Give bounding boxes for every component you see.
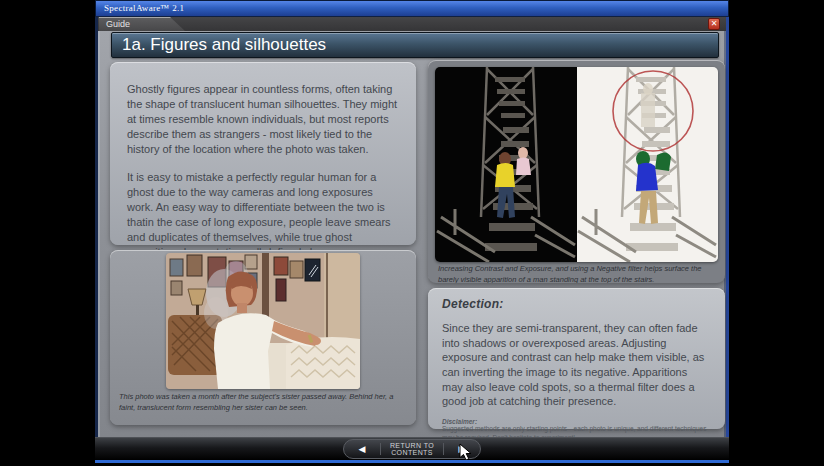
content-area: 1a. Figures and silhouettes Ghostly figu… xyxy=(95,31,729,437)
sister-photo-illustration xyxy=(166,253,360,389)
stairs-photo-panel: Increasing Contrast and Exposure, and us… xyxy=(428,60,725,283)
sister-photo-caption: This photo was taken a month after the s… xyxy=(110,389,416,414)
detection-panel: Detection: Since they are semi-transpare… xyxy=(428,288,725,429)
stairs-photo-caption: Increasing Contrast and Exposure, and us… xyxy=(428,262,725,283)
titlebar: SpectralAware™ 2.1 xyxy=(95,0,729,17)
sister-photo xyxy=(166,253,360,389)
footer-bar: ◀ RETURN TO CONTENTS ▶ xyxy=(95,437,729,460)
window-bottom-accent xyxy=(95,460,729,463)
tab-guide[interactable]: Guide xyxy=(99,17,185,31)
intro-text-panel: Ghostly figures appear in countless form… xyxy=(110,62,416,245)
tab-strip: Guide ✕ xyxy=(95,17,729,31)
intro-paragraph-2: It is easy to mistake a perfectly regula… xyxy=(127,170,399,260)
stairs-photo xyxy=(435,67,718,262)
page-title: 1a. Figures and silhouettes xyxy=(122,35,326,54)
detection-body: Since they are semi-transparent, they ca… xyxy=(442,321,711,409)
prev-arrow-icon[interactable]: ◀ xyxy=(344,444,380,454)
app-window: SpectralAware™ 2.1 Guide ✕ 1a. Figures a… xyxy=(95,0,729,466)
return-to-contents-button[interactable]: RETURN TO CONTENTS xyxy=(381,442,443,456)
page-title-bar: 1a. Figures and silhouettes xyxy=(111,32,719,58)
disclaimer-title: Disclaimer: xyxy=(442,418,711,425)
sister-photo-panel: This photo was taken a month after the s… xyxy=(110,250,416,425)
tab-guide-label: Guide xyxy=(106,19,130,29)
detection-title: Detection: xyxy=(442,297,711,311)
close-icon[interactable]: ✕ xyxy=(708,18,720,30)
cursor-icon xyxy=(459,443,473,461)
intro-paragraph-1: Ghostly figures appear in countless form… xyxy=(127,82,399,157)
stairs-photo-illustration xyxy=(435,67,718,262)
window-title: SpectralAware™ 2.1 xyxy=(104,3,184,13)
